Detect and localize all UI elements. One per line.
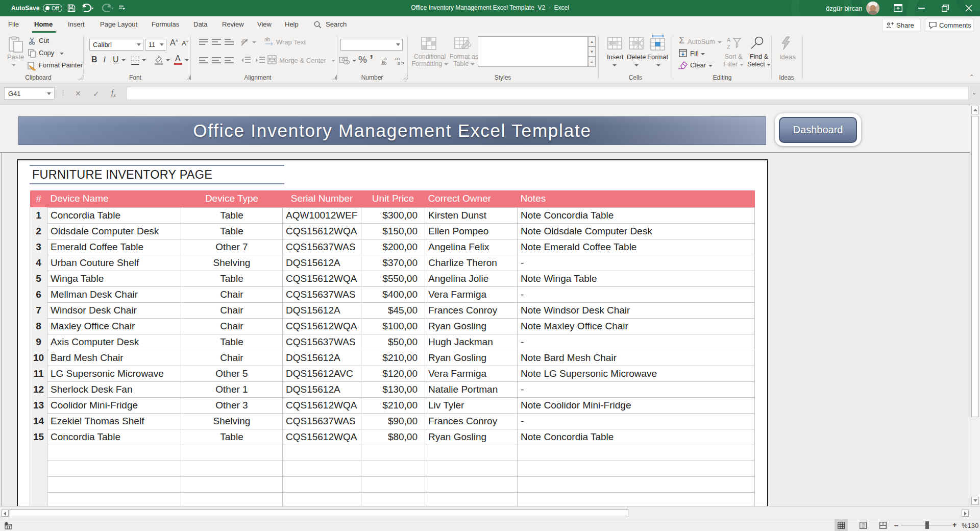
svg-text:Z: Z: [727, 44, 730, 50]
svg-text:A: A: [727, 37, 731, 43]
